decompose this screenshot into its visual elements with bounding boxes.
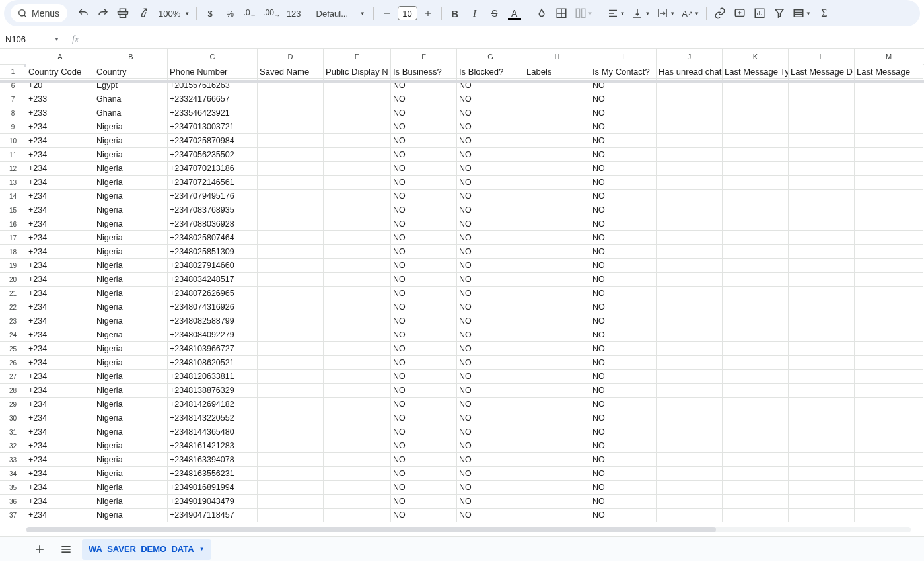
cell[interactable] [789, 120, 855, 134]
cell[interactable]: NO [590, 134, 657, 148]
cell[interactable] [723, 439, 789, 453]
cell[interactable] [789, 384, 855, 398]
cell[interactable]: Is My Contact? [590, 65, 657, 79]
cell[interactable] [324, 314, 391, 328]
cell[interactable]: NO [457, 411, 524, 425]
cell[interactable]: +234 [26, 411, 94, 425]
cell[interactable] [855, 176, 923, 190]
row-header[interactable]: 25 [0, 342, 26, 356]
cell[interactable]: +234 [26, 203, 94, 217]
cell[interactable] [258, 398, 324, 411]
cell[interactable] [789, 300, 855, 314]
cell[interactable]: NO [391, 190, 457, 203]
cell[interactable]: NO [391, 106, 457, 120]
all-sheets-button[interactable] [55, 539, 77, 560]
cell[interactable] [258, 495, 324, 509]
cell[interactable]: Country [94, 65, 168, 79]
cell[interactable]: NO [457, 425, 524, 439]
cell[interactable] [324, 384, 391, 398]
row-header[interactable]: 10 [0, 134, 26, 148]
cell[interactable] [723, 190, 789, 203]
cell[interactable] [524, 259, 590, 273]
cell[interactable]: Nigeria [94, 259, 168, 273]
cell[interactable]: NO [391, 259, 457, 273]
cell[interactable]: +234 [26, 259, 94, 273]
cell[interactable] [855, 439, 923, 453]
cell[interactable]: NO [391, 314, 457, 328]
cell[interactable] [657, 120, 723, 134]
column-header-A[interactable]: A [26, 49, 94, 65]
cell[interactable]: +234 [26, 120, 94, 134]
cell[interactable]: Public Display N [324, 65, 391, 79]
cell[interactable] [657, 273, 723, 287]
cell[interactable]: NO [457, 176, 524, 190]
cell[interactable]: NO [590, 314, 657, 328]
cell[interactable]: +2348163394078 [168, 453, 258, 467]
table-view-button[interactable]: ▼ [790, 4, 814, 22]
cell[interactable]: NO [457, 356, 524, 370]
cell[interactable]: Nigeria [94, 356, 168, 370]
cell[interactable]: NO [590, 328, 657, 342]
cell[interactable] [855, 134, 923, 148]
cell[interactable] [855, 370, 923, 384]
cell[interactable] [524, 120, 590, 134]
cell[interactable] [524, 481, 590, 495]
cell[interactable]: NO [391, 245, 457, 259]
cell[interactable] [657, 176, 723, 190]
cell[interactable]: NO [457, 495, 524, 509]
name-box[interactable]: N106 ▼ [0, 30, 65, 48]
cell[interactable]: +234 [26, 245, 94, 259]
cell[interactable]: NO [457, 509, 524, 522]
zoom-dropdown[interactable]: 100%▼ [153, 4, 192, 22]
row-header[interactable]: 36 [0, 495, 26, 509]
cell[interactable] [324, 481, 391, 495]
cell[interactable] [324, 370, 391, 384]
cell[interactable] [258, 300, 324, 314]
cell[interactable]: Nigeria [94, 411, 168, 425]
cell[interactable] [258, 314, 324, 328]
cell[interactable] [524, 217, 590, 231]
cell[interactable] [657, 481, 723, 495]
cell[interactable]: NO [391, 370, 457, 384]
cell[interactable]: NO [391, 398, 457, 411]
cell[interactable]: Last Message [855, 65, 923, 79]
cell[interactable] [657, 411, 723, 425]
cell[interactable] [657, 203, 723, 217]
row-header[interactable]: 7 [0, 92, 26, 106]
cell[interactable] [324, 509, 391, 522]
cell[interactable] [524, 245, 590, 259]
cell[interactable] [723, 495, 789, 509]
cell[interactable]: Saved Name [258, 65, 324, 79]
cell[interactable] [855, 384, 923, 398]
cell[interactable]: NO [457, 190, 524, 203]
cell[interactable] [723, 370, 789, 384]
undo-button[interactable] [74, 4, 92, 22]
cell[interactable] [723, 148, 789, 162]
cell[interactable] [258, 411, 324, 425]
cell[interactable] [855, 453, 923, 467]
cell[interactable] [657, 106, 723, 120]
insert-comment-button[interactable] [730, 4, 749, 22]
cell[interactable] [855, 203, 923, 217]
cell[interactable] [723, 481, 789, 495]
cell[interactable]: Nigeria [94, 425, 168, 439]
cell[interactable]: +2348144365480 [168, 425, 258, 439]
cell[interactable]: +2348025807464 [168, 231, 258, 245]
cell[interactable] [723, 287, 789, 300]
cell[interactable]: NO [391, 120, 457, 134]
cell[interactable] [789, 314, 855, 328]
cell[interactable]: +2347083768935 [168, 203, 258, 217]
decrease-font-button[interactable] [378, 4, 396, 22]
cell[interactable] [657, 259, 723, 273]
cell[interactable]: +2348082588799 [168, 314, 258, 328]
cell[interactable]: NO [457, 342, 524, 356]
cell[interactable]: NO [457, 300, 524, 314]
cell[interactable]: NO [457, 148, 524, 162]
cell[interactable]: NO [391, 148, 457, 162]
cell[interactable] [723, 203, 789, 217]
cell[interactable] [657, 92, 723, 106]
cell[interactable]: NO [457, 314, 524, 328]
cell[interactable]: +2348025851309 [168, 245, 258, 259]
cell[interactable]: NO [457, 287, 524, 300]
row-header[interactable]: 28 [0, 384, 26, 398]
